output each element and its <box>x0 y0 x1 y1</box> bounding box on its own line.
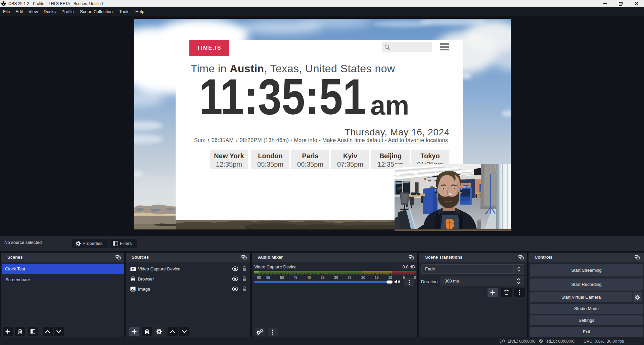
svg-text:-30: -30 <box>333 275 338 279</box>
svg-text:-45: -45 <box>292 275 297 279</box>
svg-text:-40: -40 <box>306 275 311 279</box>
svg-text:-60: -60 <box>256 275 261 279</box>
svg-text:-25: -25 <box>346 275 351 279</box>
svg-text:-35: -35 <box>319 275 324 279</box>
svg-text:-55: -55 <box>265 275 270 279</box>
svg-text:-15: -15 <box>373 275 378 279</box>
svg-text:0: 0 <box>414 275 416 279</box>
svg-text:-20: -20 <box>360 275 365 279</box>
svg-text:-10: -10 <box>387 275 392 279</box>
svg-text:-50: -50 <box>279 275 284 279</box>
